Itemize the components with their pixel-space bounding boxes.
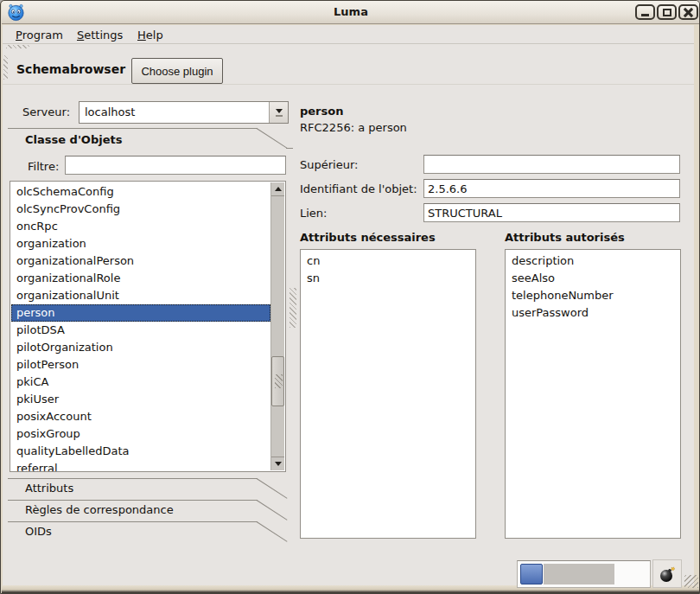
toolbox-tab-edge (8, 500, 258, 501)
maximize-icon (663, 9, 671, 16)
toolbox-tab-edge (8, 521, 258, 522)
toolbar-separator (3, 84, 694, 85)
tab-attributes[interactable]: Attributs (25, 482, 73, 495)
toolbox-tab-edge (8, 478, 258, 479)
toolbar-drag-handle[interactable] (6, 45, 29, 48)
may-attribute-item[interactable]: userPassword (506, 304, 679, 322)
object-class-item[interactable]: pkiCA (11, 374, 270, 391)
scroll-up-button[interactable] (271, 182, 284, 196)
luma-window: Luma Program Settings Help Schemabrowser… (0, 0, 700, 594)
abort-button[interactable] (652, 559, 682, 588)
object-class-item[interactable]: pilotOrganization (11, 339, 270, 356)
object-class-item[interactable]: olcSchemaConfig (11, 183, 270, 201)
object-class-item[interactable]: organizationalRole (11, 270, 270, 287)
triangle-down-icon (275, 462, 282, 466)
object-class-item[interactable]: posixAccount (11, 408, 270, 425)
object-class-item[interactable]: organizationalPerson (11, 252, 270, 270)
tab-oids[interactable]: OIDs (25, 525, 52, 538)
object-class-item[interactable]: pilotDSA (11, 322, 270, 339)
kind-label: Lien: (300, 207, 327, 220)
resize-grip[interactable] (684, 575, 698, 588)
filter-label: Filtre: (28, 160, 59, 173)
object-id-input[interactable] (423, 179, 680, 198)
object-class-item[interactable]: pkiUser (11, 391, 270, 408)
scroll-down-button[interactable] (271, 457, 284, 470)
object-class-item[interactable]: referral (11, 460, 270, 472)
object-class-item[interactable]: organizationalUnit (11, 287, 270, 304)
may-attribute-item[interactable]: description (506, 252, 679, 270)
object-class-item[interactable]: oncRpc (11, 218, 270, 235)
tab-object-classes[interactable]: Classe d'Objets (25, 133, 122, 146)
server-combobox[interactable]: localhost (79, 101, 289, 124)
object-class-item[interactable]: qualityLabelledData (11, 443, 270, 460)
menubar: Program Settings Help (3, 25, 694, 44)
progress-chunk (520, 564, 543, 584)
window-title: Luma (2, 5, 700, 18)
toolbox-tab-stub (286, 148, 293, 149)
object-class-item[interactable]: pilotPerson (11, 356, 270, 374)
close-button[interactable] (678, 4, 698, 20)
choose-plugin-button[interactable]: Choose plugin (131, 58, 223, 84)
titlebar[interactable]: Luma (2, 1, 700, 24)
bomb-icon (659, 565, 676, 583)
object-class-item[interactable]: olcSyncProvConfig (11, 201, 270, 218)
toolbox-tab-edge (8, 128, 258, 129)
object-class-item-selected[interactable]: person (11, 304, 270, 322)
kind-input[interactable] (423, 203, 680, 222)
menu-help[interactable]: Help (135, 28, 166, 42)
filter-input[interactable] (65, 156, 286, 175)
object-class-scrollbar[interactable] (270, 182, 284, 470)
object-class-list[interactable]: olcSchemaConfig olcSyncProvConfig oncRpc… (10, 181, 286, 472)
chevron-down-icon (276, 109, 283, 113)
plugin-title: Schemabrowser (16, 62, 125, 76)
close-icon (684, 8, 693, 17)
progress-bar (517, 560, 651, 588)
may-attribute-item[interactable]: telephoneNumber (506, 287, 679, 304)
server-label: Serveur: (22, 105, 70, 118)
scrollbar-thumb[interactable] (271, 356, 284, 406)
may-attributes-list[interactable]: description seeAlso telephoneNumber user… (505, 249, 681, 539)
object-id-label: Identifiant de l'objet: (300, 182, 417, 195)
menu-program[interactable]: Program (13, 28, 66, 42)
minimize-button[interactable] (635, 4, 655, 20)
thumb-grip-icon (275, 374, 283, 388)
superior-input[interactable] (423, 155, 680, 174)
object-class-item[interactable]: organization (11, 235, 270, 252)
combobox-dash (276, 115, 283, 117)
may-attribute-item[interactable]: seeAlso (506, 270, 679, 287)
server-combobox-dropdown[interactable] (269, 102, 288, 123)
maximize-button[interactable] (657, 4, 677, 20)
detail-subtitle: RFC2256: a person (300, 121, 407, 134)
server-combobox-value: localhost (80, 102, 269, 123)
may-attributes-title: Attributs autorisés (505, 231, 625, 244)
tab-matching-rules[interactable]: Règles de correspondance (25, 503, 174, 516)
must-attribute-item[interactable]: sn (302, 270, 474, 287)
triangle-up-icon (275, 187, 282, 191)
must-attribute-item[interactable]: cn (302, 252, 474, 270)
progress-remainder (544, 564, 614, 584)
object-class-item[interactable]: posixGroup (11, 425, 270, 443)
menu-settings[interactable]: Settings (74, 28, 125, 42)
must-attributes-list[interactable]: cn sn (300, 249, 476, 539)
must-attributes-title: Attributs nécessaires (300, 231, 436, 244)
superior-label: Supérieur: (300, 158, 358, 171)
toolbar-drag-handle-vertical[interactable] (3, 55, 8, 80)
detail-title: person (300, 105, 343, 118)
splitter-handle[interactable] (290, 288, 296, 328)
minimize-icon (641, 14, 649, 16)
